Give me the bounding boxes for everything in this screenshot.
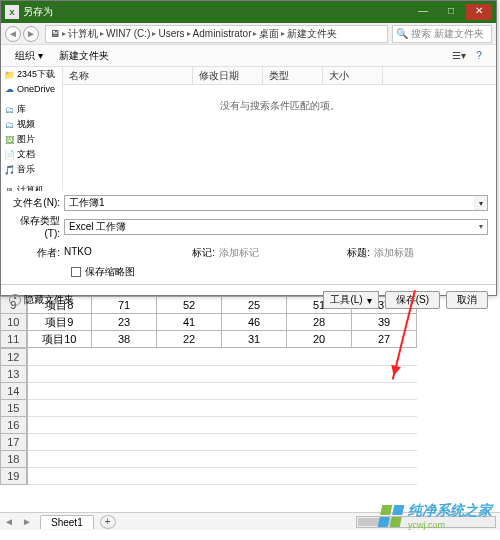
empty-cell[interactable]	[27, 366, 417, 383]
filename-input[interactable]: 工作簿1	[64, 195, 475, 211]
cell[interactable]: 22	[157, 331, 222, 348]
sidebar-item-label: OneDrive	[17, 84, 55, 94]
new-folder-button[interactable]: 新建文件夹	[53, 47, 115, 65]
table-row: 15	[1, 400, 417, 417]
row-header[interactable]: 11	[1, 331, 27, 348]
author-value[interactable]: NTKO	[64, 246, 164, 260]
tools-button[interactable]: 工具(L) ▾	[323, 291, 378, 309]
col-type[interactable]: 类型	[263, 67, 323, 84]
table-row: 10 项目9 23 41 46 28 39	[1, 314, 417, 331]
filename-label: 文件名(N):	[9, 196, 64, 210]
empty-cell[interactable]	[27, 417, 417, 434]
row-header[interactable]: 18	[1, 451, 27, 468]
bc-item[interactable]: Administrator	[193, 28, 252, 39]
filetype-select[interactable]: Excel 工作簿 ▾	[64, 219, 488, 235]
sidebar-item[interactable]: 📄文档	[1, 147, 62, 162]
empty-cell[interactable]	[27, 383, 417, 400]
row-header[interactable]: 19	[1, 468, 27, 485]
row-header[interactable]: 14	[1, 383, 27, 400]
cell[interactable]: 23	[92, 314, 157, 331]
col-size[interactable]: 大小	[323, 67, 383, 84]
filename-dropdown[interactable]: ▾	[474, 195, 488, 211]
search-input[interactable]: 🔍 搜索 新建文件夹	[392, 25, 492, 43]
tab-nav-left-icon[interactable]: ◄	[0, 516, 18, 527]
col-name[interactable]: 名称	[63, 67, 193, 84]
row-header[interactable]: 12	[1, 349, 27, 366]
cell[interactable]: 41	[157, 314, 222, 331]
row-header[interactable]: 10	[1, 314, 27, 331]
sidebar-item-label: 视频	[17, 118, 35, 131]
empty-cell[interactable]	[27, 468, 417, 485]
cell[interactable]: 28	[287, 314, 352, 331]
sidebar-item[interactable]: 🖥计算机	[1, 183, 62, 191]
bc-item[interactable]: Users	[158, 28, 184, 39]
sidebar-item[interactable]: 🗂库	[1, 102, 62, 117]
chevron-up-icon: ˄	[9, 294, 21, 306]
row-header[interactable]: 15	[1, 400, 27, 417]
title-meta-value[interactable]: 添加标题	[374, 246, 474, 260]
save-as-dialog: X 另存为 — □ ✕ ◄ ► 🖥 ▸计算机 ▸WIN7 (C:) ▸Users…	[0, 0, 497, 296]
cell[interactable]: 项目9	[27, 314, 92, 331]
sidebar-item-label: 图片	[17, 133, 35, 146]
row-header[interactable]: 17	[1, 434, 27, 451]
cell[interactable]: 46	[222, 314, 287, 331]
file-list: 名称 修改日期 类型 大小 没有与搜索条件匹配的项。	[63, 67, 496, 191]
forward-button[interactable]: ►	[23, 26, 39, 42]
sidebar-item[interactable]: 📁2345下载	[1, 67, 62, 82]
filetype-label: 保存类型(T):	[9, 214, 64, 239]
cell[interactable]: 31	[222, 331, 287, 348]
thumbnail-row: 保存缩略图	[1, 262, 496, 282]
row-header[interactable]: 13	[1, 366, 27, 383]
tag-label: 标记:	[164, 246, 219, 260]
sheet-tab[interactable]: Sheet1	[40, 515, 94, 529]
sidebar-item-label: 文档	[17, 148, 35, 161]
tag-value[interactable]: 添加标记	[219, 246, 319, 260]
doc-icon: 📄	[3, 149, 15, 161]
cancel-button[interactable]: 取消	[446, 291, 488, 309]
view-icon[interactable]: ☰▾	[450, 48, 468, 64]
tab-nav-right-icon[interactable]: ►	[18, 516, 36, 527]
col-date[interactable]: 修改日期	[193, 67, 263, 84]
empty-cell[interactable]	[27, 400, 417, 417]
empty-cell[interactable]	[27, 349, 417, 366]
toolbar: 组织 ▾ 新建文件夹 ☰▾ ?	[1, 45, 496, 67]
help-icon[interactable]: ?	[470, 48, 488, 64]
nav-sidebar: 📁2345下载☁OneDrive🗂库🗂视频🖼图片📄文档🎵音乐🖥计算机💽WIN7 …	[1, 67, 63, 191]
sidebar-item[interactable]: 🗂视频	[1, 117, 62, 132]
add-sheet-button[interactable]: +	[100, 515, 116, 529]
organize-button[interactable]: 组织 ▾	[9, 47, 49, 65]
minimize-button[interactable]: —	[410, 4, 436, 20]
cell[interactable]: 27	[352, 331, 417, 348]
sidebar-item[interactable]: 🖼图片	[1, 132, 62, 147]
watermark-url: ycwj.com	[408, 520, 492, 530]
cell[interactable]: 38	[92, 331, 157, 348]
author-label: 作者:	[9, 246, 64, 260]
table-row: 12	[1, 349, 417, 366]
empty-message: 没有与搜索条件匹配的项。	[63, 85, 496, 113]
thumbnail-label: 保存缩略图	[85, 265, 135, 279]
cell[interactable]: 20	[287, 331, 352, 348]
file-list-header: 名称 修改日期 类型 大小	[63, 67, 496, 85]
breadcrumb[interactable]: 🖥 ▸计算机 ▸WIN7 (C:) ▸Users ▸Administrator …	[45, 25, 388, 43]
maximize-button[interactable]: □	[438, 4, 464, 20]
music-icon: 🎵	[3, 164, 15, 176]
empty-cell[interactable]	[27, 451, 417, 468]
bc-item[interactable]: WIN7 (C:)	[106, 28, 150, 39]
row-header[interactable]: 16	[1, 417, 27, 434]
bc-item[interactable]: 桌面	[259, 27, 279, 41]
fields-area: 文件名(N): 工作簿1 ▾ 保存类型(T): Excel 工作簿 ▾	[1, 191, 496, 244]
close-button[interactable]: ✕	[466, 4, 492, 20]
sidebar-item[interactable]: ☁OneDrive	[1, 82, 62, 96]
hide-folders-button[interactable]: ˄ 隐藏文件夹	[9, 293, 74, 307]
watermark-logo-icon	[378, 505, 405, 527]
dialog-footer: ˄ 隐藏文件夹 工具(L) ▾ 保存(S) 取消	[1, 287, 496, 315]
nav-row: ◄ ► 🖥 ▸计算机 ▸WIN7 (C:) ▸Users ▸Administra…	[1, 23, 496, 45]
back-button[interactable]: ◄	[5, 26, 21, 42]
cell[interactable]: 项目10	[27, 331, 92, 348]
bc-item[interactable]: 新建文件夹	[287, 27, 337, 41]
sidebar-item[interactable]: 🎵音乐	[1, 162, 62, 177]
empty-cell[interactable]	[27, 434, 417, 451]
thumbnail-checkbox[interactable]	[71, 267, 81, 277]
sidebar-item-label: 2345下载	[17, 68, 55, 81]
bc-item[interactable]: 计算机	[68, 27, 98, 41]
